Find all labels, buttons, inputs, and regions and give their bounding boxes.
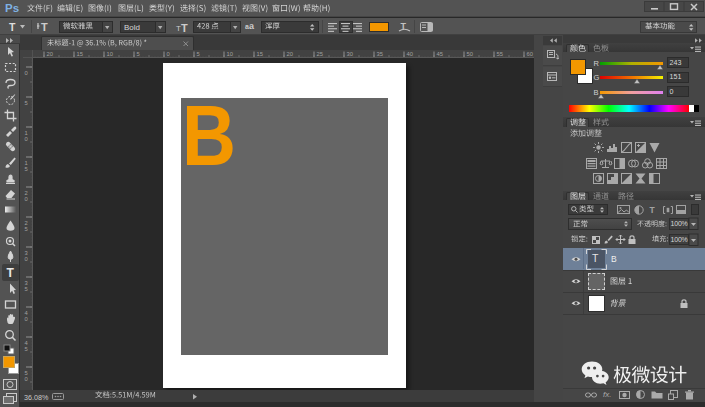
svg-text:3: 3 [25,280,28,286]
svg-text:60: 60 [527,51,533,57]
svg-text:5: 5 [137,51,140,57]
svg-text:40: 40 [407,51,413,57]
svg-text:5: 5 [25,166,28,172]
svg-text:5: 5 [25,100,28,106]
svg-text:10: 10 [107,51,113,57]
svg-text:10: 10 [227,51,233,57]
svg-text:1: 1 [25,130,28,136]
svg-text:20: 20 [287,51,293,57]
svg-text:5: 5 [25,346,28,352]
svg-text:T: T [41,21,48,33]
svg-text:5: 5 [25,370,28,376]
svg-text:15: 15 [257,51,263,57]
svg-text:30: 30 [347,51,353,57]
svg-text:0: 0 [167,51,170,57]
svg-text:T: T [181,22,188,34]
svg-text:5: 5 [25,226,28,232]
svg-text:0: 0 [25,256,28,262]
svg-text:55: 55 [497,51,503,57]
svg-text:35: 35 [377,51,383,57]
svg-text:20: 20 [47,51,53,57]
svg-text:0: 0 [25,136,28,142]
svg-text:T: T [6,266,14,280]
svg-text:1: 1 [25,160,28,166]
svg-text:2: 2 [25,220,28,226]
svg-text:2: 2 [25,190,28,196]
svg-text:0: 0 [25,376,28,382]
svg-text:5: 5 [25,286,28,292]
svg-text:5: 5 [197,51,200,57]
svg-text:0: 0 [25,196,28,202]
svg-text:0: 0 [25,316,28,322]
svg-text:50: 50 [467,51,473,57]
svg-text:0: 0 [25,70,28,76]
svg-text:45: 45 [437,51,443,57]
svg-text:3: 3 [25,250,28,256]
svg-text:15: 15 [77,51,83,57]
svg-text:25: 25 [317,51,323,57]
